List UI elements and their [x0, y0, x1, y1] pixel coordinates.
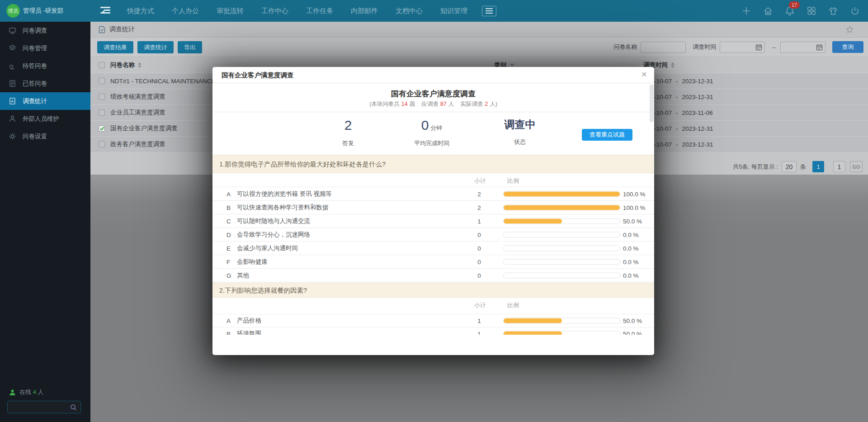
stat-2: 调查中 状态 [481, 118, 558, 146]
sidebar-item-2[interactable]: 待答问卷 [0, 57, 90, 75]
document-icon [9, 80, 16, 87]
date-range-separator: -- [772, 44, 776, 51]
date-from-input[interactable] [720, 42, 765, 53]
export-button[interactable]: 导出 [178, 41, 202, 53]
monitor-icon [9, 27, 16, 34]
person-icon [9, 389, 16, 396]
user-name[interactable]: 管理员 -研发部 [23, 0, 63, 22]
question-title: 2.下列影响您选择就餐的因素? [212, 283, 654, 298]
sidebar-search-input[interactable] [7, 401, 81, 413]
stat-0: 2 答复 [310, 118, 387, 147]
ratio-bar [503, 272, 620, 278]
sort-icon [138, 62, 142, 68]
date-to-input[interactable] [780, 42, 826, 53]
sidebar-item-6[interactable]: 问卷设置 [0, 128, 90, 145]
apps-grid-icon[interactable] [807, 6, 816, 16]
sidebar: 问卷调查问卷管理待答问卷已答问卷调查统计外部人员维护问卷设置 在线 4 人 [0, 22, 90, 422]
row-checkbox[interactable] [99, 78, 105, 84]
logout-icon[interactable] [850, 6, 860, 16]
close-icon[interactable]: × [642, 69, 647, 80]
page-size-unit: 条 [800, 163, 806, 171]
sidebar-item-3[interactable]: 已答问卷 [0, 75, 90, 92]
query-button[interactable]: 查询 [832, 41, 863, 53]
survey-name-label: 问卷名称 [613, 43, 637, 51]
online-status: 在线 4 人 [9, 388, 43, 396]
nav-item[interactable]: 知识管理 [440, 7, 467, 15]
ratio-bar [503, 331, 620, 335]
survey-name: 政务客户满意度调查 [110, 137, 165, 152]
option-row: G其他0 0.0 % [212, 268, 654, 282]
page-title: 调查统计 [109, 25, 135, 33]
ratio-bar [503, 245, 620, 251]
nav-item[interactable]: 个人办公 [172, 7, 199, 15]
stat-1: 0分钟 平均完成时间 [393, 118, 470, 147]
theme-icon[interactable] [828, 6, 838, 16]
notifications-icon[interactable]: 17 [785, 6, 795, 16]
option-row: C可以随时随地与人沟通交流1 50.0 % [212, 214, 654, 228]
option-row: F会影响健康0 0.0 % [212, 255, 654, 268]
view-key-questions-button[interactable]: 查看重点试题 [582, 129, 632, 141]
row-checkbox[interactable] [99, 94, 105, 100]
modal-header: 国有企业客户满意度调查 × [212, 67, 654, 83]
survey-name-input[interactable] [641, 42, 686, 53]
survey-time-label: 调查时间 [693, 43, 716, 51]
option-row: A产品价格1 50.0 % [212, 314, 654, 327]
sidebar-item-1[interactable]: 问卷管理 [0, 39, 90, 57]
ratio-bar [503, 218, 620, 224]
calendar-icon [755, 44, 762, 51]
survey-name: 企业员工满意度调查 [110, 105, 165, 120]
survey-name: 绩效考核满意度调查 [110, 89, 165, 104]
goto-page-input[interactable]: 1 [833, 161, 845, 172]
ratio-bar [503, 318, 620, 324]
sidebar-toggle-icon[interactable] [100, 7, 110, 15]
survey-doc-icon [99, 26, 105, 33]
breadcrumb: 调查统计 [90, 22, 868, 38]
topbar-icons: 17 [741, 0, 860, 22]
home-icon[interactable] [763, 6, 773, 16]
survey-stats-button[interactable]: 调查统计 [137, 41, 174, 53]
survey-stats-modal: 国有企业客户满意度调查 (本张问卷共14题应调查87人实际调查2人) 2 答复 … [212, 67, 654, 355]
nav-item[interactable]: 内部邮件 [351, 7, 378, 15]
main-nav: 快捷方式个人办公审批流转工作中心工作任务内部邮件文档中心知识管理 [127, 0, 467, 22]
more-menu-icon[interactable] [482, 6, 496, 16]
modal-scrollbar[interactable] [650, 85, 654, 122]
ratio-bar [503, 259, 620, 265]
nav-item[interactable]: 审批流转 [217, 7, 244, 15]
sidebar-item-4[interactable]: 调查统计 [0, 92, 90, 110]
ratio-bar [503, 191, 620, 197]
question-title: 1.那你觉得电子产品所带给你的最大好处和坏处各是什么? [212, 155, 654, 173]
ratio-bar [503, 232, 620, 237]
row-checkbox[interactable] [99, 125, 105, 132]
modal-survey-meta: (本张问卷共14题应调查87人实际调查2人) [212, 100, 654, 108]
modal-title: 国有企业客户满意度调查 [222, 67, 294, 83]
page-size-input[interactable]: 20 [782, 161, 797, 172]
add-icon[interactable] [741, 6, 751, 16]
row-checkbox[interactable] [99, 109, 105, 116]
favorite-star-icon[interactable] [846, 26, 854, 35]
sidebar-item-5[interactable]: 外部人员维护 [0, 110, 90, 128]
current-page-button[interactable]: 1 [812, 161, 824, 172]
nav-item[interactable]: 工作任务 [306, 7, 333, 15]
select-all-checkbox[interactable] [99, 62, 105, 68]
pen-icon [9, 62, 16, 70]
sort-icon [671, 62, 675, 68]
survey-results-button[interactable]: 调查结果 [97, 41, 133, 53]
row-checkbox[interactable] [99, 141, 105, 147]
ratio-bar [503, 204, 620, 210]
nav-item[interactable]: 文档中心 [396, 7, 423, 15]
column-name[interactable]: 问卷名称 [110, 57, 142, 73]
go-button[interactable]: GO [850, 161, 863, 172]
option-row: D会导致学习分心，沉迷网络0 0.0 % [212, 228, 654, 241]
nav-item[interactable]: 快捷方式 [127, 7, 154, 15]
person-icon [9, 115, 16, 123]
survey-name: 国有企业客户满意度调查 [110, 121, 178, 136]
user-avatar[interactable]: 理员 [6, 4, 20, 18]
stats-icon [9, 97, 16, 105]
nav-item[interactable]: 工作中心 [261, 7, 288, 15]
option-row: A可以很方便的浏览书籍 资讯 视频等2 100.0 % [212, 187, 654, 200]
sidebar-item-0[interactable]: 问卷调查 [0, 22, 90, 39]
topbar: 理员 管理员 -研发部 快捷方式个人办公审批流转工作中心工作任务内部邮件文档中心… [0, 0, 868, 22]
option-row: B环境氛围1 50.0 % [212, 327, 654, 335]
sidebar-menu: 问卷调查问卷管理待答问卷已答问卷调查统计外部人员维护问卷设置 [0, 22, 90, 145]
filters: 问卷名称 调查时间 -- 查询 [613, 41, 863, 53]
